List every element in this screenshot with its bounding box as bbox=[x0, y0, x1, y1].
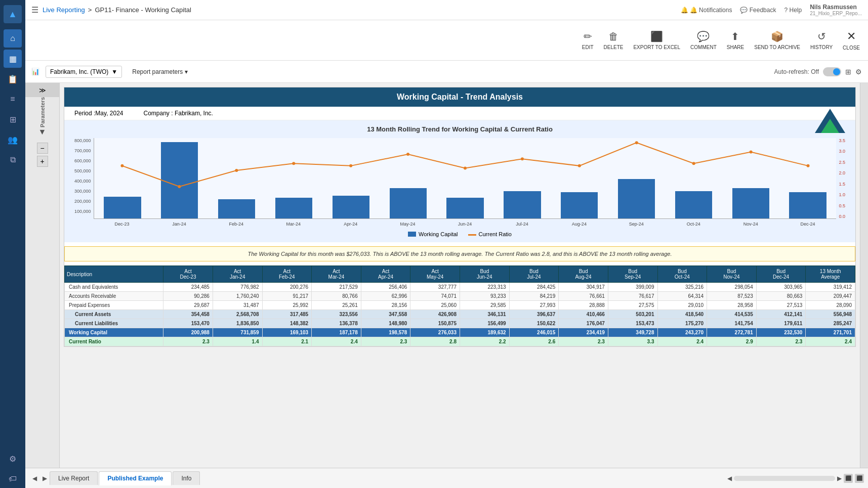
notifications-button[interactable]: 🔔 🔔 Notifications bbox=[681, 7, 732, 14]
breadcrumb-separator: > bbox=[88, 6, 92, 14]
col-header-13: Bud Dec-24 bbox=[756, 266, 806, 283]
row-val: 1,760,240 bbox=[213, 292, 262, 301]
row-val: 346,131 bbox=[460, 310, 510, 319]
row-val: 414,535 bbox=[707, 310, 757, 319]
close-button[interactable]: ✕ CLOSE bbox=[843, 30, 860, 51]
scroll-right-button[interactable]: ▶ bbox=[837, 475, 842, 482]
tab-prev-button[interactable]: ◀ bbox=[29, 473, 39, 483]
row-val: 179,611 bbox=[756, 319, 806, 328]
export-icon: ⬛ bbox=[650, 30, 663, 42]
notifications-label[interactable]: 🔔 Notifications bbox=[690, 7, 732, 14]
scroll-left-button[interactable]: ◀ bbox=[727, 475, 732, 482]
row-val: 27,513 bbox=[756, 301, 806, 310]
app-logo[interactable]: ▲ bbox=[4, 5, 22, 23]
row-val: 2.3 bbox=[361, 337, 410, 346]
row-val: 176,047 bbox=[559, 319, 608, 328]
user-name: Nils Rasmussen bbox=[810, 4, 857, 11]
tab-live-report[interactable]: Live Report bbox=[50, 471, 98, 485]
bar-Nov-24 bbox=[732, 188, 769, 218]
row-val: 556,948 bbox=[806, 310, 855, 319]
sidebar-item-list[interactable]: ≡ bbox=[4, 90, 22, 108]
topbar: ☰ Live Reporting > GP11- Finance - Worki… bbox=[25, 0, 868, 20]
sidebar-item-people[interactable]: 👥 bbox=[4, 130, 22, 149]
feedback-label[interactable]: 💬 Feedback bbox=[740, 7, 776, 14]
panel-toggle[interactable]: ≫ bbox=[25, 83, 59, 97]
filter-icon[interactable]: ▼ bbox=[38, 127, 47, 137]
comment-label: COMMENT bbox=[690, 45, 717, 50]
edit-button[interactable]: ✏ EDIT bbox=[582, 30, 594, 50]
row-val: 148,980 bbox=[361, 319, 410, 328]
bar-Feb-24 bbox=[218, 199, 255, 218]
comment-button[interactable]: 💬 COMMENT bbox=[690, 30, 717, 50]
feedback-button[interactable]: 💬 Feedback bbox=[740, 7, 776, 14]
bar-Dec-23 bbox=[104, 197, 141, 218]
sidebar-item-charts[interactable]: ▦ bbox=[4, 50, 22, 68]
bar-group-Aug-24 bbox=[551, 138, 608, 218]
period-label: Period bbox=[74, 110, 92, 117]
row-val: 141,754 bbox=[707, 319, 757, 328]
sidebar-item-blocks[interactable]: ⧉ bbox=[4, 151, 22, 169]
row-desc: Accounts Receivable bbox=[65, 292, 163, 301]
row-val: 90,286 bbox=[163, 292, 213, 301]
toolbar: ✏ EDIT 🗑 DELETE ⬛ EXPORT TO EXCEL 💬 COMM… bbox=[25, 20, 868, 61]
col-header-12: Bud Nov-24 bbox=[707, 266, 757, 283]
tab-published-example[interactable]: Published Example bbox=[99, 471, 172, 485]
sidebar-item-grid[interactable]: ⊞ bbox=[4, 110, 22, 128]
row-val: 28,888 bbox=[559, 301, 608, 310]
row-val: 198,578 bbox=[361, 328, 410, 337]
page-icon-2[interactable]: ⬛ bbox=[855, 474, 864, 483]
report-params-button[interactable]: Report parameters ▾ bbox=[128, 66, 192, 77]
row-val: 412,141 bbox=[756, 310, 806, 319]
bar-Oct-24 bbox=[675, 191, 712, 218]
right-scrollbar[interactable] bbox=[860, 83, 868, 468]
main-content: ☰ Live Reporting > GP11- Finance - Worki… bbox=[25, 0, 868, 488]
sidebar-item-documents[interactable]: 📋 bbox=[4, 70, 22, 88]
row-val: 271,701 bbox=[806, 328, 855, 337]
export-button[interactable]: ⬛ EXPORT TO EXCEL bbox=[633, 30, 680, 50]
row-val: 2.4 bbox=[657, 337, 707, 346]
breadcrumb: Live Reporting > GP11- Finance - Working… bbox=[43, 6, 191, 14]
x-label-Sep-24: Sep-24 bbox=[608, 219, 665, 229]
zoom-out-button[interactable]: − bbox=[37, 143, 48, 154]
sidebar-item-home[interactable]: ⌂ bbox=[4, 29, 22, 48]
share-button[interactable]: ⬆ SHARE bbox=[727, 30, 744, 50]
row-val: 169,103 bbox=[262, 328, 312, 337]
row-val: 304,917 bbox=[559, 283, 608, 292]
bar-group-Oct-24 bbox=[665, 138, 722, 218]
settings-icon[interactable]: ⚙ bbox=[855, 68, 862, 76]
row-val: 323,556 bbox=[312, 310, 361, 319]
breadcrumb-root[interactable]: Live Reporting bbox=[43, 6, 85, 14]
report-logo bbox=[815, 109, 845, 133]
row-val: 246,015 bbox=[509, 328, 559, 337]
tab-next-button[interactable]: ▶ bbox=[39, 473, 50, 483]
tab-info[interactable]: Info bbox=[173, 471, 200, 485]
page-icon-1[interactable]: ⬛ bbox=[844, 474, 853, 483]
user-menu[interactable]: Nils Rasmussen 21_Hixio_ERP_Repo... bbox=[810, 4, 862, 16]
history-button[interactable]: ↺ HISTORY bbox=[810, 30, 833, 50]
archive-button[interactable]: 📦 SEND TO ARCHIVE bbox=[754, 30, 800, 50]
company-label: Company bbox=[144, 110, 170, 117]
company-info: Company : Fabrikam, Inc. bbox=[144, 110, 213, 117]
hamburger-menu[interactable]: ☰ bbox=[31, 5, 38, 15]
row-val: 232,530 bbox=[756, 328, 806, 337]
delete-button[interactable]: 🗑 DELETE bbox=[604, 31, 624, 50]
zoom-in-button[interactable]: + bbox=[37, 156, 48, 167]
delete-label: DELETE bbox=[604, 45, 624, 50]
horizontal-scrollbar[interactable] bbox=[734, 476, 835, 481]
row-val: 776,982 bbox=[213, 283, 262, 292]
auto-refresh-toggle[interactable] bbox=[823, 67, 841, 76]
auto-refresh-label: Auto-refresh: Off bbox=[774, 68, 819, 75]
sidebar-item-tag[interactable]: 🏷 bbox=[4, 470, 22, 488]
bar-Aug-24 bbox=[561, 192, 598, 218]
sidebar-item-tools[interactable]: ⚙ bbox=[4, 450, 22, 468]
help-button[interactable]: ? Help bbox=[784, 7, 802, 14]
row-val: 2.2 bbox=[460, 337, 510, 346]
col-header-7: Bud Jun-24 bbox=[460, 266, 510, 283]
company-selector[interactable]: Fabrikam, Inc. (TWO) ▼ bbox=[46, 66, 122, 78]
help-label[interactable]: ? Help bbox=[784, 7, 802, 14]
row-val: 31,487 bbox=[213, 301, 262, 310]
share-icon: ⬆ bbox=[731, 30, 739, 42]
row-val: 256,406 bbox=[361, 283, 410, 292]
chart-section: 13 Month Rolling Trend for Working Capit… bbox=[64, 120, 855, 242]
expand-icon[interactable]: ⊞ bbox=[845, 68, 851, 76]
